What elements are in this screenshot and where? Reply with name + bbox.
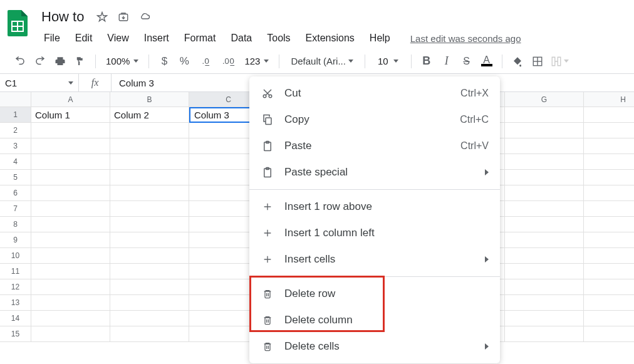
zoom-select[interactable]: 100% (102, 55, 142, 68)
menu-insert-cells[interactable]: Insert cells (249, 246, 500, 273)
cell[interactable] (31, 123, 110, 138)
row-header[interactable]: 14 (0, 311, 31, 326)
cell[interactable] (505, 248, 584, 264)
star-icon[interactable] (96, 11, 108, 23)
cell[interactable] (584, 107, 634, 123)
cell[interactable] (31, 217, 110, 232)
font-size-select[interactable]: 10 (372, 55, 405, 68)
menu-delete-cells[interactable]: Delete cells (249, 333, 500, 360)
col-header[interactable]: A (31, 92, 110, 107)
cell[interactable] (505, 201, 584, 217)
row-header[interactable]: 10 (0, 248, 31, 264)
col-header[interactable]: G (505, 92, 584, 107)
col-header[interactable]: H (584, 92, 634, 107)
doc-title[interactable]: How to (38, 9, 88, 25)
menu-insert-col[interactable]: Insert 1 column left (249, 220, 500, 246)
redo-button[interactable] (31, 53, 49, 70)
cell[interactable] (31, 185, 110, 201)
cell[interactable] (505, 185, 584, 201)
menu-file[interactable]: File (38, 30, 66, 46)
row-header[interactable]: 5 (0, 170, 31, 185)
row-header[interactable]: 7 (0, 201, 31, 217)
cell[interactable] (505, 154, 584, 170)
sheets-logo[interactable] (5, 9, 30, 38)
move-icon[interactable] (118, 11, 129, 23)
cell[interactable] (110, 154, 189, 170)
row-header[interactable]: 4 (0, 154, 31, 170)
menu-help[interactable]: Help (363, 30, 397, 46)
cell[interactable] (505, 264, 584, 279)
menu-format[interactable]: Format (178, 30, 222, 46)
menu-paste-special[interactable]: Paste special (249, 159, 500, 185)
cell[interactable] (110, 201, 189, 217)
cell[interactable] (31, 248, 110, 264)
cell[interactable] (584, 201, 634, 217)
text-color-button[interactable]: A (478, 53, 496, 70)
select-all-corner[interactable] (0, 92, 31, 107)
cell[interactable] (584, 264, 634, 279)
cell[interactable] (505, 170, 584, 185)
cell[interactable] (110, 232, 189, 248)
cell[interactable] (31, 264, 110, 279)
cloud-icon[interactable] (139, 11, 150, 23)
cell[interactable]: Colum 1 (31, 107, 110, 123)
cell[interactable] (110, 185, 189, 201)
bold-button[interactable]: B (418, 53, 435, 70)
cell[interactable] (505, 232, 584, 248)
undo-button[interactable] (11, 53, 29, 70)
menu-insert-row[interactable]: Insert 1 row above (249, 194, 500, 220)
menu-tools[interactable]: Tools (261, 30, 296, 46)
menu-extensions[interactable]: Extensions (299, 30, 361, 46)
fill-color-button[interactable] (509, 53, 526, 70)
cell[interactable]: Colum 2 (110, 107, 189, 123)
decrease-decimal-button[interactable]: .0̲ (195, 53, 216, 70)
cell[interactable] (31, 279, 110, 295)
cell[interactable] (505, 107, 584, 123)
paint-format-button[interactable] (71, 53, 89, 70)
cell[interactable] (584, 279, 634, 295)
cell[interactable] (505, 279, 584, 295)
cell[interactable] (31, 170, 110, 185)
strikethrough-button[interactable]: S (458, 53, 476, 70)
cell[interactable] (110, 311, 189, 326)
row-header[interactable]: 1 (0, 107, 31, 123)
row-header[interactable]: 9 (0, 232, 31, 248)
cell[interactable] (505, 295, 584, 311)
cell[interactable] (110, 138, 189, 154)
currency-button[interactable]: $ (155, 53, 173, 70)
cell[interactable] (505, 326, 584, 342)
cell[interactable] (584, 185, 634, 201)
cell[interactable] (584, 217, 634, 232)
cell[interactable] (31, 232, 110, 248)
menu-edit[interactable]: Edit (69, 30, 99, 46)
cell[interactable] (110, 295, 189, 311)
cell[interactable] (505, 217, 584, 232)
cell[interactable] (584, 154, 634, 170)
italic-button[interactable]: I (438, 53, 455, 70)
number-format-select[interactable]: 123 (241, 55, 273, 68)
cell[interactable] (584, 232, 634, 248)
menu-delete-row[interactable]: Delete row (249, 281, 500, 307)
percent-button[interactable]: % (175, 53, 193, 70)
menu-view[interactable]: View (101, 30, 135, 46)
row-header[interactable]: 2 (0, 123, 31, 138)
row-header[interactable]: 8 (0, 217, 31, 232)
font-select[interactable]: Default (Ari... (286, 55, 358, 68)
row-header[interactable]: 13 (0, 295, 31, 311)
row-header[interactable]: 15 (0, 326, 31, 342)
last-edit-link[interactable]: Last edit was seconds ago (410, 33, 521, 44)
cell[interactable] (110, 248, 189, 264)
cell[interactable] (505, 138, 584, 154)
menu-paste[interactable]: Paste Ctrl+V (249, 133, 500, 159)
cell[interactable] (110, 217, 189, 232)
row-header[interactable]: 11 (0, 264, 31, 279)
borders-button[interactable] (529, 53, 546, 70)
cell[interactable] (584, 170, 634, 185)
cell[interactable] (505, 123, 584, 138)
menu-insert[interactable]: Insert (138, 30, 175, 46)
col-header[interactable]: B (110, 92, 189, 107)
cell[interactable] (110, 264, 189, 279)
cell[interactable] (31, 138, 110, 154)
cell[interactable] (584, 138, 634, 154)
cell[interactable] (31, 326, 110, 342)
